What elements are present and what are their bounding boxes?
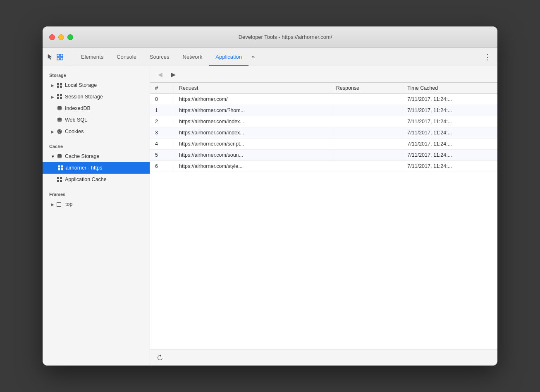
col-header-time-cached: Time Cached — [402, 83, 497, 94]
more-options-icon[interactable]: ⋮ — [483, 52, 492, 62]
cell-num: 5 — [150, 150, 174, 161]
top-frame-icon — [57, 202, 63, 207]
cell-num: 2 — [150, 116, 174, 127]
svg-rect-31 — [57, 180, 59, 182]
svg-point-20 — [60, 130, 61, 131]
session-storage-label: Session Storage — [65, 94, 103, 100]
table-row[interactable]: 3 https://airhorner.com/index... 7/11/20… — [150, 127, 497, 139]
traffic-lights — [49, 34, 73, 40]
close-button[interactable] — [49, 34, 55, 40]
sidebar-item-cookies[interactable]: ▶ Cookies — [43, 126, 150, 137]
cell-num: 4 — [150, 139, 174, 150]
svg-point-21 — [59, 132, 60, 133]
sidebar-item-session-storage[interactable]: ▶ Session Storage — [43, 91, 150, 103]
local-storage-label: Local Storage — [65, 82, 97, 88]
svg-point-14 — [57, 109, 62, 110]
cell-response — [331, 127, 402, 139]
table-row[interactable]: 5 https://airhorner.com/soun... 7/11/201… — [150, 150, 497, 161]
svg-rect-5 — [60, 83, 62, 85]
tab-application[interactable]: Application — [209, 48, 248, 66]
table-row[interactable]: 1 https://airhorner.com/?hom... 7/11/201… — [150, 105, 497, 116]
table-body: 0 https://airhorner.com/ 7/11/2017, 11:2… — [150, 94, 497, 172]
svg-rect-26 — [61, 165, 63, 167]
cell-num: 6 — [150, 161, 174, 172]
cell-response — [331, 150, 402, 161]
svg-rect-3 — [60, 57, 63, 60]
tab-network[interactable]: Network — [176, 48, 209, 66]
svg-point-24 — [57, 157, 62, 158]
sidebar-item-local-storage[interactable]: ▶ Local Storage — [43, 79, 150, 91]
cache-storage-arrow: ▼ — [51, 154, 55, 159]
local-storage-icon — [57, 82, 62, 88]
cache-item-icon — [57, 165, 63, 171]
sidebar-item-airhorner-cache[interactable]: airhorner - https — [43, 162, 150, 174]
web-sql-label: Web SQL — [65, 117, 87, 123]
top-frame-label: top — [65, 201, 72, 207]
table-row[interactable]: 6 https://airhorner.com/style... 7/11/20… — [150, 161, 497, 172]
table-row[interactable]: 2 https://airhorner.com/index... 7/11/20… — [150, 116, 497, 127]
svg-point-18 — [57, 129, 62, 134]
app-cache-icon — [57, 177, 62, 182]
sidebar-item-top-frame[interactable]: ▶ top — [43, 198, 150, 210]
sidebar-item-web-sql[interactable]: ▶ Web SQL — [43, 114, 150, 126]
panel-toolbar: ◀ ▶ — [150, 66, 497, 83]
sidebar-item-application-cache[interactable]: ▶ Application Cache — [43, 174, 150, 185]
minimize-button[interactable] — [58, 34, 64, 40]
forward-button[interactable]: ▶ — [168, 69, 178, 79]
title-bar: Developer Tools - https://airhorner.com/ — [43, 26, 497, 48]
tab-bar: Elements Console Sources Network Applica… — [43, 48, 497, 66]
svg-rect-0 — [57, 54, 60, 57]
tab-console[interactable]: Console — [110, 48, 143, 66]
frames-section-label: Frames — [43, 189, 150, 198]
svg-rect-9 — [60, 94, 62, 96]
cache-storage-label: Cache Storage — [65, 153, 99, 159]
back-button[interactable]: ◀ — [155, 69, 165, 79]
cell-request: https://airhorner.com/script... — [174, 139, 331, 150]
table-row[interactable]: 4 https://airhorner.com/script... 7/11/2… — [150, 139, 497, 150]
cache-table-container: # Request Response Time Cached 0 https:/… — [150, 83, 497, 349]
cell-time-cached: 7/11/2017, 11:24:... — [402, 139, 497, 150]
svg-rect-32 — [60, 180, 62, 182]
svg-point-17 — [57, 120, 62, 122]
cookies-label: Cookies — [65, 129, 84, 134]
svg-rect-11 — [60, 97, 62, 99]
tab-sources[interactable]: Sources — [143, 48, 176, 66]
table-header-row: # Request Response Time Cached — [150, 83, 497, 94]
cell-num: 1 — [150, 105, 174, 116]
sidebar-item-indexeddb[interactable]: ▶ IndexedDB — [43, 103, 150, 114]
tab-elements[interactable]: Elements — [74, 48, 110, 66]
cell-request: https://airhorner.com/style... — [174, 161, 331, 172]
cookies-icon — [57, 129, 62, 134]
storage-section-label: Storage — [43, 69, 150, 79]
cursor-icon[interactable] — [46, 53, 54, 61]
panel-footer — [150, 349, 497, 366]
inspector-icon[interactable] — [56, 53, 64, 61]
svg-point-19 — [58, 131, 59, 131]
svg-rect-7 — [60, 86, 62, 88]
cell-response — [331, 116, 402, 127]
maximize-button[interactable] — [67, 34, 73, 40]
cell-request: https://airhorner.com/index... — [174, 127, 331, 139]
table-row[interactable]: 0 https://airhorner.com/ 7/11/2017, 11:2… — [150, 94, 497, 105]
tab-more-button[interactable]: » — [248, 48, 258, 66]
cell-response — [331, 105, 402, 116]
cell-num: 0 — [150, 94, 174, 105]
sidebar-item-cache-storage[interactable]: ▼ Cache Storage — [43, 151, 150, 162]
cell-request: https://airhorner.com/index... — [174, 116, 331, 127]
cell-request: https://airhorner.com/soun... — [174, 150, 331, 161]
main-panel: ◀ ▶ # Request Response Time Cached 0 — [150, 66, 497, 366]
cell-time-cached: 7/11/2017, 11:24:... — [402, 116, 497, 127]
devtools-window: Developer Tools - https://airhorner.com/ — [43, 26, 497, 366]
svg-rect-4 — [57, 83, 59, 85]
cookies-arrow: ▶ — [51, 129, 55, 134]
svg-rect-6 — [57, 86, 59, 88]
top-frame-arrow: ▶ — [51, 202, 55, 207]
cache-section-label: Cache — [43, 141, 150, 151]
web-sql-icon — [57, 117, 62, 123]
cell-time-cached: 7/11/2017, 11:24:... — [402, 127, 497, 139]
cell-request: https://airhorner.com/?hom... — [174, 105, 331, 116]
refresh-button[interactable] — [155, 353, 165, 363]
cache-table: # Request Response Time Cached 0 https:/… — [150, 83, 497, 172]
svg-rect-28 — [61, 168, 63, 170]
application-cache-label: Application Cache — [65, 177, 107, 182]
